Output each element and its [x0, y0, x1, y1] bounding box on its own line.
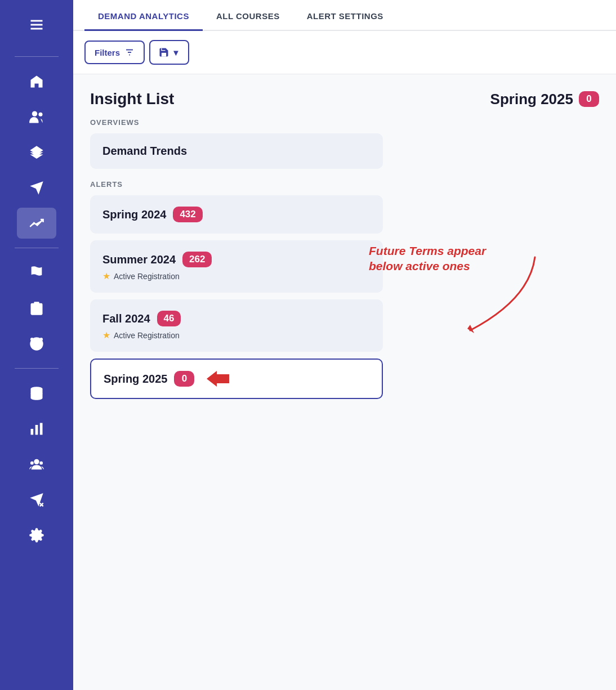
menu-icon[interactable]	[23, 11, 50, 42]
sidebar-item-analytics[interactable]	[17, 208, 56, 239]
svg-marker-33	[207, 371, 229, 387]
sidebar-item-chart[interactable]	[17, 413, 56, 444]
svg-rect-19	[35, 425, 38, 435]
card-header-fall-2024: Fall 2024 46	[102, 311, 371, 326]
summer-2024-count: 262	[182, 252, 212, 267]
sidebar-item-flag[interactable]	[17, 257, 56, 288]
alert-card-fall-2024[interactable]: Fall 2024 46 ★ Active Registration	[90, 299, 383, 352]
svg-point-15	[30, 337, 34, 340]
card-header-spring-2024: Spring 2024 432	[102, 207, 371, 222]
summer-2024-sub: ★ Active Registration	[102, 271, 371, 281]
summer-2024-sub-label: Active Registration	[114, 272, 180, 281]
summer-2024-term: Summer 2024	[102, 253, 176, 266]
spring-2024-count: 432	[173, 207, 202, 222]
alert-card-summer-2024[interactable]: Summer 2024 262 ★ Active Registration	[90, 240, 383, 293]
fall-2024-term: Fall 2024	[102, 312, 150, 325]
sidebar-item-users2[interactable]	[17, 449, 56, 480]
sidebar-item-group[interactable]	[17, 328, 56, 359]
save-icon	[158, 47, 169, 58]
sidebar-divider-3	[15, 368, 59, 369]
content-area: Insight List Spring 2025 0 OVERVIEWS Dem…	[73, 74, 616, 690]
alerts-section-label: ALERTS	[90, 180, 599, 189]
spring-2025-count: 0	[174, 371, 194, 387]
season-label: Spring 2025	[490, 91, 573, 108]
save-dropdown-arrow: ▼	[172, 48, 180, 57]
sidebar	[0, 0, 73, 690]
spring-2025-term: Spring 2025	[104, 373, 167, 386]
svg-rect-18	[31, 429, 34, 435]
svg-point-21	[34, 459, 39, 464]
filters-label: Filters	[95, 48, 120, 57]
fall-2024-count: 46	[157, 311, 181, 326]
sidebar-divider-1	[15, 56, 59, 57]
insight-title: Insight List	[90, 90, 174, 108]
fall-2024-sub-label: Active Registration	[114, 331, 180, 340]
sidebar-item-settings[interactable]	[17, 519, 56, 550]
demand-trends-card[interactable]: Demand Trends	[90, 133, 383, 169]
svg-rect-20	[40, 423, 43, 434]
tab-alert-settings[interactable]: ALERT SETTINGS	[293, 0, 397, 30]
main-content: DEMAND ANALYTICS ALL COURSES ALERT SETTI…	[73, 0, 616, 690]
sidebar-item-send-cancel[interactable]	[17, 484, 56, 515]
filter-icon	[124, 47, 135, 57]
sidebar-item-send[interactable]	[17, 172, 56, 203]
tab-demand-analytics[interactable]: DEMAND ANALYTICS	[84, 0, 203, 30]
svg-point-22	[30, 461, 34, 464]
insight-header: Insight List Spring 2025 0	[90, 90, 599, 108]
fall-2024-section: Fall 2024 46 ★ Active Registration Futur…	[90, 299, 484, 352]
top-nav: DEMAND ANALYTICS ALL COURSES ALERT SETTI…	[73, 0, 616, 31]
sidebar-item-clipboard[interactable]	[17, 293, 56, 324]
left-arrow-icon	[207, 371, 229, 387]
svg-marker-7	[30, 181, 43, 194]
spring-2024-term: Spring 2024	[102, 208, 166, 221]
season-badge-group: Spring 2025 0	[490, 91, 599, 108]
season-count-badge: 0	[579, 91, 599, 107]
demand-trends-title: Demand Trends	[102, 145, 187, 157]
annotation-arrow	[439, 288, 496, 344]
svg-point-14	[34, 341, 39, 346]
tab-all-courses[interactable]: ALL COURSES	[203, 0, 293, 30]
card-header-summer-2024: Summer 2024 262	[102, 252, 371, 267]
alert-card-spring-2025[interactable]: Spring 2025 0	[90, 359, 383, 399]
fall-2024-sub: ★ Active Registration	[102, 330, 371, 340]
svg-point-16	[39, 337, 43, 340]
overviews-section-label: OVERVIEWS	[90, 118, 599, 127]
star-icon-summer: ★	[102, 271, 110, 281]
star-icon-fall: ★	[102, 330, 110, 340]
sidebar-divider-2	[15, 248, 59, 248]
save-button[interactable]: ▼	[149, 40, 189, 65]
sidebar-item-database[interactable]	[17, 378, 56, 409]
filters-button[interactable]: Filters	[84, 41, 145, 64]
svg-point-3	[32, 111, 37, 116]
toolbar: Filters ▼	[73, 31, 616, 74]
sidebar-item-home[interactable]	[17, 66, 56, 97]
svg-point-23	[39, 461, 43, 464]
sidebar-item-users[interactable]	[17, 101, 56, 132]
annotation-text: Future Terms appear below active ones	[369, 243, 490, 274]
svg-rect-10	[31, 303, 43, 315]
card-header-spring-2025: Spring 2025 0	[104, 371, 369, 387]
alert-card-spring-2024[interactable]: Spring 2024 432	[90, 195, 383, 234]
svg-point-4	[39, 112, 43, 116]
sidebar-item-layers[interactable]	[17, 137, 56, 168]
